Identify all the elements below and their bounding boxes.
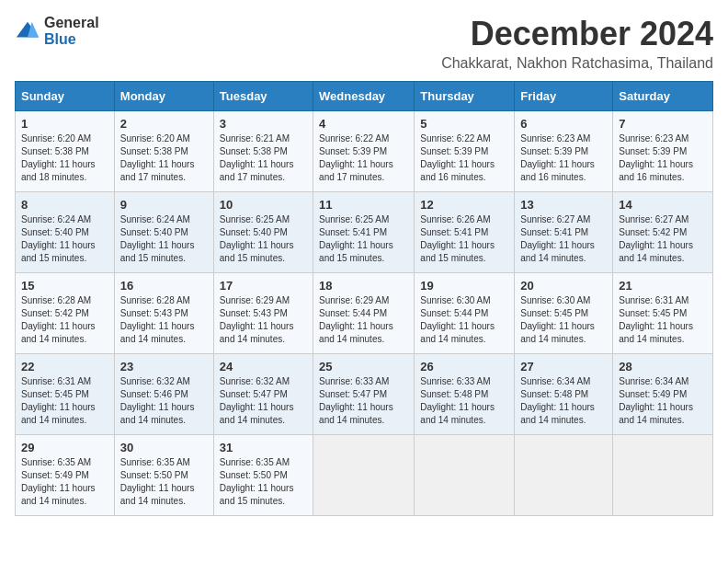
calendar-day-cell: 7 Sunrise: 6:23 AMSunset: 5:39 PMDayligh… xyxy=(613,111,713,192)
weekday-header-thursday: Thursday xyxy=(415,82,515,111)
day-number: 15 xyxy=(21,279,108,293)
calendar-day-cell: 18 Sunrise: 6:29 AMSunset: 5:44 PMDaylig… xyxy=(313,273,415,354)
day-number: 17 xyxy=(220,279,307,293)
day-info: Sunrise: 6:30 AMSunset: 5:44 PMDaylight:… xyxy=(420,295,495,344)
month-title: December 2024 xyxy=(441,15,713,53)
calendar-day-cell: 17 Sunrise: 6:29 AMSunset: 5:43 PMDaylig… xyxy=(213,273,313,354)
calendar-day-cell: 30 Sunrise: 6:35 AMSunset: 5:50 PMDaylig… xyxy=(114,435,213,516)
day-number: 26 xyxy=(420,360,508,373)
day-number: 25 xyxy=(319,360,408,373)
day-info: Sunrise: 6:20 AMSunset: 5:38 PMDaylight:… xyxy=(120,133,195,182)
day-info: Sunrise: 6:31 AMSunset: 5:45 PMDaylight:… xyxy=(619,295,693,344)
calendar-day-cell: 14 Sunrise: 6:27 AMSunset: 5:42 PMDaylig… xyxy=(613,192,713,273)
calendar-week-row: 8 Sunrise: 6:24 AMSunset: 5:40 PMDayligh… xyxy=(16,192,713,273)
day-number: 21 xyxy=(619,279,707,293)
day-number: 29 xyxy=(21,441,108,454)
day-info: Sunrise: 6:28 AMSunset: 5:42 PMDaylight:… xyxy=(21,295,96,344)
logo-icon xyxy=(15,18,40,44)
day-number: 31 xyxy=(220,441,307,454)
day-number: 12 xyxy=(420,198,508,212)
day-info: Sunrise: 6:24 AMSunset: 5:40 PMDaylight:… xyxy=(120,214,195,263)
day-number: 24 xyxy=(220,360,307,373)
day-info: Sunrise: 6:24 AMSunset: 5:40 PMDaylight:… xyxy=(21,214,96,263)
calendar-day-cell: 27 Sunrise: 6:34 AMSunset: 5:48 PMDaylig… xyxy=(515,354,613,435)
calendar-day-cell xyxy=(415,435,515,516)
calendar-day-cell: 11 Sunrise: 6:25 AMSunset: 5:41 PMDaylig… xyxy=(313,192,415,273)
calendar-day-cell xyxy=(515,435,613,516)
day-info: Sunrise: 6:34 AMSunset: 5:49 PMDaylight:… xyxy=(619,376,693,425)
day-info: Sunrise: 6:23 AMSunset: 5:39 PMDaylight:… xyxy=(520,133,595,182)
day-info: Sunrise: 6:23 AMSunset: 5:39 PMDaylight:… xyxy=(619,133,693,182)
calendar-day-cell: 31 Sunrise: 6:35 AMSunset: 5:50 PMDaylig… xyxy=(213,435,313,516)
logo-blue: Blue xyxy=(44,31,76,47)
calendar-day-cell: 26 Sunrise: 6:33 AMSunset: 5:48 PMDaylig… xyxy=(415,354,515,435)
day-info: Sunrise: 6:35 AMSunset: 5:50 PMDaylight:… xyxy=(220,457,294,506)
day-info: Sunrise: 6:35 AMSunset: 5:49 PMDaylight:… xyxy=(21,457,96,506)
day-number: 6 xyxy=(520,117,607,131)
calendar-day-cell: 2 Sunrise: 6:20 AMSunset: 5:38 PMDayligh… xyxy=(114,111,213,192)
day-number: 20 xyxy=(520,279,607,293)
logo: General Blue xyxy=(15,15,99,47)
day-number: 9 xyxy=(120,198,208,212)
calendar-day-cell: 9 Sunrise: 6:24 AMSunset: 5:40 PMDayligh… xyxy=(114,192,213,273)
day-info: Sunrise: 6:21 AMSunset: 5:38 PMDaylight:… xyxy=(220,133,294,182)
calendar-day-cell: 12 Sunrise: 6:26 AMSunset: 5:41 PMDaylig… xyxy=(415,192,515,273)
calendar-day-cell xyxy=(313,435,415,516)
calendar-day-cell: 10 Sunrise: 6:25 AMSunset: 5:40 PMDaylig… xyxy=(213,192,313,273)
calendar-day-cell: 22 Sunrise: 6:31 AMSunset: 5:45 PMDaylig… xyxy=(16,354,115,435)
day-info: Sunrise: 6:32 AMSunset: 5:47 PMDaylight:… xyxy=(220,376,294,425)
day-number: 3 xyxy=(220,117,307,131)
calendar-day-cell: 24 Sunrise: 6:32 AMSunset: 5:47 PMDaylig… xyxy=(213,354,313,435)
day-info: Sunrise: 6:30 AMSunset: 5:45 PMDaylight:… xyxy=(520,295,595,344)
day-info: Sunrise: 6:33 AMSunset: 5:47 PMDaylight:… xyxy=(319,376,393,425)
calendar-day-cell: 21 Sunrise: 6:31 AMSunset: 5:45 PMDaylig… xyxy=(613,273,713,354)
day-number: 4 xyxy=(319,117,408,131)
weekday-header-sunday: Sunday xyxy=(16,82,115,111)
calendar-week-row: 29 Sunrise: 6:35 AMSunset: 5:49 PMDaylig… xyxy=(16,435,713,516)
calendar-day-cell: 6 Sunrise: 6:23 AMSunset: 5:39 PMDayligh… xyxy=(515,111,613,192)
day-info: Sunrise: 6:31 AMSunset: 5:45 PMDaylight:… xyxy=(21,376,96,425)
day-number: 22 xyxy=(21,360,108,373)
calendar-day-cell: 8 Sunrise: 6:24 AMSunset: 5:40 PMDayligh… xyxy=(16,192,115,273)
day-number: 14 xyxy=(619,198,707,212)
calendar-day-cell: 19 Sunrise: 6:30 AMSunset: 5:44 PMDaylig… xyxy=(415,273,515,354)
calendar-day-cell: 13 Sunrise: 6:27 AMSunset: 5:41 PMDaylig… xyxy=(515,192,613,273)
day-info: Sunrise: 6:35 AMSunset: 5:50 PMDaylight:… xyxy=(120,457,195,506)
day-info: Sunrise: 6:34 AMSunset: 5:48 PMDaylight:… xyxy=(520,376,595,425)
day-info: Sunrise: 6:25 AMSunset: 5:40 PMDaylight:… xyxy=(220,214,294,263)
day-info: Sunrise: 6:20 AMSunset: 5:38 PMDaylight:… xyxy=(21,133,96,182)
weekday-header-monday: Monday xyxy=(114,82,213,111)
calendar-day-cell: 3 Sunrise: 6:21 AMSunset: 5:38 PMDayligh… xyxy=(213,111,313,192)
day-number: 10 xyxy=(220,198,307,212)
day-number: 16 xyxy=(120,279,208,293)
day-info: Sunrise: 6:33 AMSunset: 5:48 PMDaylight:… xyxy=(420,376,495,425)
day-number: 8 xyxy=(21,198,108,212)
day-info: Sunrise: 6:22 AMSunset: 5:39 PMDaylight:… xyxy=(420,133,495,182)
weekday-header-friday: Friday xyxy=(515,82,613,111)
calendar-day-cell: 15 Sunrise: 6:28 AMSunset: 5:42 PMDaylig… xyxy=(16,273,115,354)
day-number: 23 xyxy=(120,360,208,373)
day-number: 28 xyxy=(619,360,707,373)
location-title: Chakkarat, Nakhon Ratchasima, Thailand xyxy=(441,55,713,72)
calendar-day-cell: 16 Sunrise: 6:28 AMSunset: 5:43 PMDaylig… xyxy=(114,273,213,354)
day-info: Sunrise: 6:22 AMSunset: 5:39 PMDaylight:… xyxy=(319,133,393,182)
day-info: Sunrise: 6:27 AMSunset: 5:42 PMDaylight:… xyxy=(619,214,693,263)
calendar-week-row: 15 Sunrise: 6:28 AMSunset: 5:42 PMDaylig… xyxy=(16,273,713,354)
calendar-table: SundayMondayTuesdayWednesdayThursdayFrid… xyxy=(15,81,713,516)
day-number: 1 xyxy=(21,117,108,131)
day-number: 13 xyxy=(520,198,607,212)
day-info: Sunrise: 6:25 AMSunset: 5:41 PMDaylight:… xyxy=(319,214,393,263)
calendar-header-row: SundayMondayTuesdayWednesdayThursdayFrid… xyxy=(16,82,713,111)
day-number: 7 xyxy=(619,117,707,131)
calendar-day-cell: 20 Sunrise: 6:30 AMSunset: 5:45 PMDaylig… xyxy=(515,273,613,354)
day-info: Sunrise: 6:32 AMSunset: 5:46 PMDaylight:… xyxy=(120,376,195,425)
calendar-week-row: 1 Sunrise: 6:20 AMSunset: 5:38 PMDayligh… xyxy=(16,111,713,192)
day-number: 27 xyxy=(520,360,607,373)
day-info: Sunrise: 6:26 AMSunset: 5:41 PMDaylight:… xyxy=(420,214,495,263)
day-number: 11 xyxy=(319,198,408,212)
day-number: 2 xyxy=(120,117,208,131)
logo-general: General xyxy=(44,15,99,30)
calendar-day-cell xyxy=(613,435,713,516)
calendar-day-cell: 23 Sunrise: 6:32 AMSunset: 5:46 PMDaylig… xyxy=(114,354,213,435)
page-header: General Blue December 2024 Chakkarat, Na… xyxy=(15,15,713,72)
